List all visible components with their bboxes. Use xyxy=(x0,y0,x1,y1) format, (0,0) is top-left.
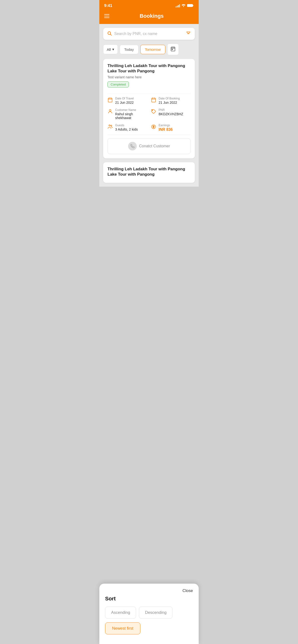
status-dropdown-label: All xyxy=(107,48,111,52)
svg-point-23 xyxy=(109,110,111,111)
svg-point-25 xyxy=(109,125,110,126)
signal-icon xyxy=(176,4,180,8)
pnr-label: PNR xyxy=(159,108,183,112)
svg-rect-1 xyxy=(193,5,193,6)
tomorrow-filter-button[interactable]: Tomorrow xyxy=(140,45,165,54)
search-icon xyxy=(107,31,112,37)
date-of-travel-label: Date Of Travel xyxy=(115,97,134,100)
guests-value: 3 Adults, 2 kids xyxy=(115,128,138,131)
earnings-value: INR 836 xyxy=(159,128,173,132)
date-of-booking-details: Date Of Booking 21 Jun 2022 xyxy=(159,97,180,104)
status-dropdown[interactable]: All ▾ xyxy=(103,44,118,54)
pnr-details: PNR BKDZKVHZBHZ xyxy=(159,108,183,116)
person-icon xyxy=(107,109,113,115)
header: Bookings xyxy=(99,10,199,24)
date-of-booking-value: 21 Jun 2022 xyxy=(159,100,180,104)
svg-rect-19 xyxy=(152,98,156,102)
main-content: Search by PNR, cx name All ▾ Today Tomor… xyxy=(99,24,199,187)
calendar-booking-icon xyxy=(151,97,156,104)
pnr-item: PNR BKDZKVHZBHZ xyxy=(151,108,191,120)
booking-details-1: Date Of Travel 21 Jun 2022 Date Of Booki… xyxy=(107,97,191,132)
guests-icon xyxy=(107,124,113,130)
svg-rect-15 xyxy=(108,98,112,102)
svg-point-24 xyxy=(152,110,153,111)
svg-point-26 xyxy=(111,125,112,126)
status-icons xyxy=(176,4,194,8)
search-input-placeholder: Search by PNR, cx name xyxy=(114,32,186,36)
page-title: Bookings xyxy=(109,13,194,19)
earnings-item: Earnings INR 836 xyxy=(151,124,191,132)
booking-card-2: Thrilling Leh Ladakh Tour with Pangong L… xyxy=(103,162,195,183)
status-badge-completed: Completed xyxy=(107,82,129,88)
customer-name-label: Customer Name xyxy=(115,108,147,112)
earnings-icon xyxy=(151,124,156,130)
filter-icon[interactable] xyxy=(186,31,191,37)
battery-icon xyxy=(187,4,194,8)
date-of-travel-details: Date Of Travel 21 Jun 2022 xyxy=(115,97,134,104)
date-of-booking-label: Date Of Booking xyxy=(159,97,180,100)
pnr-value: BKDZKVHZBHZ xyxy=(159,112,183,116)
calendar-button[interactable] xyxy=(167,44,179,55)
customer-name-details: Customer Name Rahul singh shekhawat xyxy=(115,108,147,120)
date-of-travel-item: Date Of Travel 21 Jun 2022 xyxy=(107,97,147,104)
booking-subtitle-1: Test variant name here xyxy=(107,75,191,79)
phone-icon xyxy=(128,142,137,150)
status-bar: 9:41 xyxy=(99,0,199,10)
earnings-label: Earnings xyxy=(159,124,173,127)
calendar-travel-icon xyxy=(107,97,113,104)
hamburger-menu[interactable] xyxy=(104,14,109,18)
date-of-booking-item: Date Of Booking 21 Jun 2022 xyxy=(151,97,191,104)
customer-name-value: Rahul singh shekhawat xyxy=(115,112,147,120)
guests-label: Guests xyxy=(115,124,138,127)
booking-card-1: Thrilling Leh Ladakh Tour with Pangong L… xyxy=(103,59,195,158)
today-filter-button[interactable]: Today xyxy=(120,45,138,54)
guests-item: Guests 3 Adults, 2 kids xyxy=(107,124,147,132)
chevron-down-icon: ▾ xyxy=(112,47,114,52)
svg-rect-10 xyxy=(171,47,175,51)
filter-row: All ▾ Today Tomorrow xyxy=(103,44,195,55)
divider-2 xyxy=(107,135,191,135)
customer-name-item: Customer Name Rahul singh shekhawat xyxy=(107,108,147,120)
svg-line-3 xyxy=(110,34,112,35)
divider-1 xyxy=(107,94,191,94)
contact-customer-label: Conatct Customer xyxy=(139,144,170,148)
wifi-icon xyxy=(181,4,186,8)
ticket-icon xyxy=(151,109,156,115)
search-bar[interactable]: Search by PNR, cx name xyxy=(103,28,195,40)
status-time: 9:41 xyxy=(104,3,112,8)
earnings-details: Earnings INR 836 xyxy=(159,124,173,132)
date-of-travel-value: 21 Jun 2022 xyxy=(115,100,134,104)
guests-details: Guests 3 Adults, 2 kids xyxy=(115,124,138,131)
booking-title-1: Thrilling Leh Ladakh Tour with Pangong L… xyxy=(107,63,191,74)
svg-rect-0 xyxy=(187,4,193,6)
svg-rect-14 xyxy=(172,49,173,50)
booking-title-2: Thrilling Leh Ladakh Tour with Pangong L… xyxy=(107,166,191,177)
contact-customer-button[interactable]: Conatct Customer xyxy=(107,138,191,154)
